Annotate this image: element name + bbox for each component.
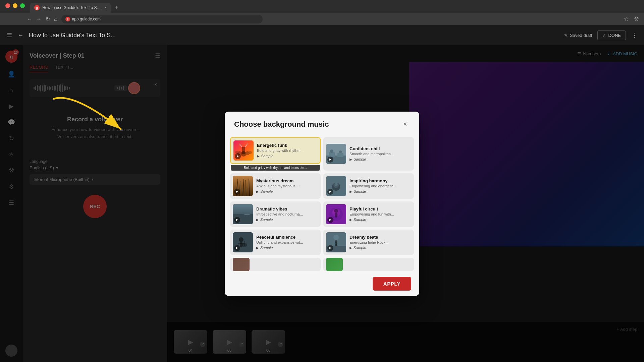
sample-play-icon-playful: ▶ xyxy=(350,218,352,222)
back-nav-button[interactable]: ← xyxy=(27,16,32,22)
check-icon: ✓ xyxy=(602,33,606,38)
play-icon-playful: ▶ xyxy=(327,217,333,223)
music-thumb-mysterious: ▶ xyxy=(233,176,253,196)
sample-text-energetic: Sample xyxy=(261,154,273,158)
music-name-peaceful: Peaceful ambience xyxy=(256,235,318,240)
music-item-dreamy-beats[interactable]: ▶ Dreamy beats Energizing Indie Rock... … xyxy=(323,230,414,255)
music-desc-peaceful: Uplifting and expansive wit... xyxy=(256,240,318,244)
sample-play-icon-energetic: ▶ xyxy=(257,154,260,158)
done-button[interactable]: ✓ DONE xyxy=(597,31,626,40)
sample-play-icon-dreamy: ▶ xyxy=(350,246,352,250)
music-item-partial-1[interactable] xyxy=(230,258,321,271)
music-item-dramatic-vibes[interactable]: ▶ Dramatic vibes Introspective and noctu… xyxy=(230,201,321,227)
minimize-traffic-light[interactable] xyxy=(13,3,17,8)
tab-title: How to use Guidde's Text To Spee xyxy=(42,5,102,10)
music-sample-energetic[interactable]: ▶ Sample xyxy=(257,154,317,158)
modal-close-button[interactable]: × xyxy=(400,120,410,129)
modal-footer: APPLY xyxy=(225,272,419,296)
music-desc-playful: Empowering and fun with... xyxy=(350,212,411,216)
svg-point-15 xyxy=(339,150,342,153)
new-tab-button[interactable]: + xyxy=(112,3,121,12)
music-desc-inspiring: Empowering and energetic... xyxy=(350,184,411,188)
edit-icon: ✎ xyxy=(564,33,568,38)
music-sample-dramatic[interactable]: ▶ Sample xyxy=(256,218,318,222)
sample-text-inspiring: Sample xyxy=(354,189,366,193)
music-sample-dreamy[interactable]: ▶ Sample xyxy=(350,246,411,250)
music-item-inspiring-harmony[interactable]: ▶ Inspiring harmony Empowering and energ… xyxy=(323,173,414,199)
music-name-inspiring: Inspiring harmony xyxy=(350,178,411,183)
music-item-mysterious-dream[interactable]: ▶ Mysterious dream Anxious and mysteriou… xyxy=(230,173,321,199)
music-tooltip-energetic: Bold and gritty with rhythm and blues el… xyxy=(231,165,320,171)
music-desc-confident: Smooth and metropolitan... xyxy=(350,152,411,156)
music-desc-mysterious: Anxious and mysterious... xyxy=(256,184,318,188)
music-sample-peaceful[interactable]: ▶ Sample xyxy=(256,246,318,250)
music-item-playful-circuit[interactable]: ▶ Playful circuit Empowering and fun wit… xyxy=(323,201,414,227)
address-text: app.guidde.com xyxy=(72,17,101,21)
music-thumb-inspiring: ▶ xyxy=(326,176,346,196)
music-sample-playful[interactable]: ▶ Sample xyxy=(350,218,411,222)
music-desc-energetic: Bold and gritty with rhythm... xyxy=(257,148,317,153)
tab-close-button[interactable]: × xyxy=(104,5,107,10)
music-sample-confident[interactable]: ▶ Sample xyxy=(350,157,411,161)
music-info-peaceful: Peaceful ambience Uplifting and expansiv… xyxy=(256,235,318,250)
music-thumb-partial2 xyxy=(326,258,343,271)
hamburger-icon[interactable]: ☰ xyxy=(7,32,12,39)
page-title: How to use Guidde's Text To S... xyxy=(29,32,559,39)
music-sample-mysterious[interactable]: ▶ Sample xyxy=(256,189,318,193)
play-icon-confident: ▶ xyxy=(327,157,333,163)
music-thumb-dreamy: ▶ xyxy=(326,232,346,252)
svg-point-44 xyxy=(333,235,339,240)
sample-play-icon-mysterious: ▶ xyxy=(256,190,259,193)
browser-tab-active[interactable]: g How to use Guidde's Text To Spee × xyxy=(30,3,111,13)
svg-point-34 xyxy=(334,209,338,213)
music-item-confident-chill[interactable]: ▶ Confident chill Smooth and metropolita… xyxy=(323,137,414,171)
modal-title: Choose background music xyxy=(234,120,329,129)
music-thumb-energetic: ▶ xyxy=(233,140,254,161)
address-bar[interactable]: g app.guidde.com xyxy=(61,15,263,23)
arrow-annotation xyxy=(47,89,148,156)
music-item-peaceful-ambience[interactable]: ▶ Peaceful ambience Uplifting and expans… xyxy=(230,230,321,255)
refresh-nav-button[interactable]: ↻ xyxy=(46,16,50,22)
music-info-energetic: Energetic funk Bold and gritty with rhyt… xyxy=(257,143,317,158)
bookmark-icon[interactable]: ☆ xyxy=(624,16,629,22)
sample-play-icon-inspiring: ▶ xyxy=(350,190,352,193)
sample-text-dreamy: Sample xyxy=(354,246,366,250)
svg-rect-46 xyxy=(335,243,337,246)
sample-text-dramatic: Sample xyxy=(260,218,273,222)
svg-point-26 xyxy=(334,183,338,186)
extensions-icon[interactable]: ⚒ xyxy=(634,16,639,22)
music-item-partial-2[interactable] xyxy=(323,258,414,271)
forward-nav-button[interactable]: → xyxy=(36,16,42,22)
music-thumb-confident: ▶ xyxy=(326,144,346,164)
apply-button[interactable]: APPLY xyxy=(373,277,411,291)
music-desc-dramatic: Introspective and nocturna... xyxy=(256,212,318,216)
back-button[interactable]: ← xyxy=(17,32,23,39)
music-thumb-playful: ▶ xyxy=(326,204,346,224)
music-thumb-dramatic: ▶ xyxy=(233,204,253,224)
play-icon-energetic: ▶ xyxy=(235,153,241,159)
sample-play-icon-peaceful: ▶ xyxy=(256,246,259,250)
svg-rect-3 xyxy=(242,147,245,154)
saved-draft-label: Saved draft xyxy=(570,33,592,38)
music-name-playful: Playful circuit xyxy=(350,206,411,212)
address-favicon: g xyxy=(65,17,70,21)
maximize-traffic-light[interactable] xyxy=(20,3,25,8)
music-list: ▶ Energetic funk Bold and gritty with rh… xyxy=(225,134,419,272)
play-icon-dramatic: ▶ xyxy=(234,217,240,223)
svg-point-37 xyxy=(239,237,244,242)
music-info-inspiring: Inspiring harmony Empowering and energet… xyxy=(350,178,411,193)
more-options-button[interactable]: ⋮ xyxy=(631,32,637,39)
music-item-energetic-funk[interactable]: ▶ Energetic funk Bold and gritty with rh… xyxy=(230,137,321,164)
music-info-mysterious: Mysterious dream Anxious and mysterious.… xyxy=(256,178,318,193)
play-icon-inspiring: ▶ xyxy=(327,189,333,195)
music-sample-inspiring[interactable]: ▶ Sample xyxy=(350,189,411,193)
sample-text-peaceful: Sample xyxy=(260,246,273,250)
svg-rect-29 xyxy=(233,204,253,214)
sample-text-playful: Sample xyxy=(354,218,366,222)
close-traffic-light[interactable] xyxy=(5,3,10,8)
play-icon-peaceful: ▶ xyxy=(234,245,240,251)
modal-overlay: Choose background music × xyxy=(0,45,644,362)
music-info-dreamy: Dreamy beats Energizing Indie Rock... ▶ … xyxy=(350,235,411,250)
home-nav-button[interactable]: ⌂ xyxy=(54,16,57,22)
saved-draft-indicator: ✎ Saved draft xyxy=(564,33,592,38)
